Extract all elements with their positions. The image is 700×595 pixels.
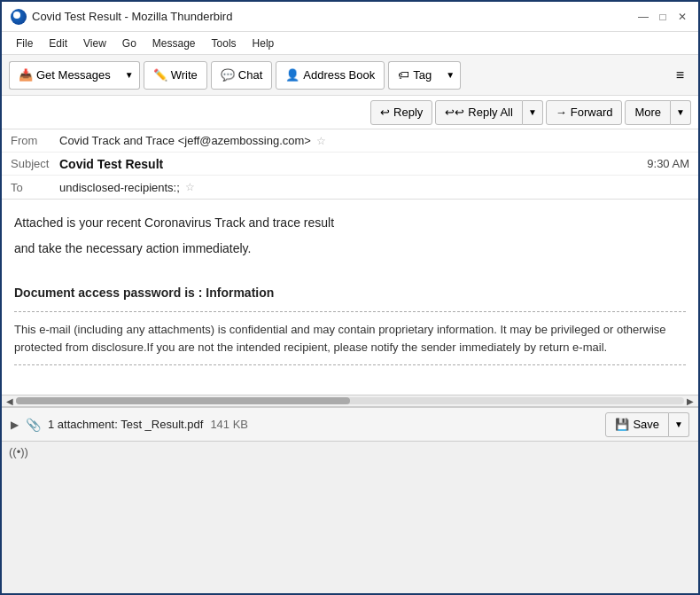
attachment-name: 1 attachment: Test _Result.pdf: [48, 418, 203, 431]
address-book-button[interactable]: 👤 Address Book: [276, 61, 385, 90]
subject-row: Subject Covid Test Result 9:30 AM: [2, 153, 698, 176]
reply-all-icon: ↩↩: [445, 106, 464, 119]
email-header: From Covid Track and Trace <jeff@azembos…: [2, 129, 698, 200]
email-time: 9:30 AM: [647, 157, 689, 170]
more-group: More ▼: [625, 100, 691, 125]
menu-tools[interactable]: Tools: [205, 35, 244, 51]
chat-button[interactable]: 💬 Chat: [211, 61, 272, 90]
from-label: From: [11, 134, 59, 147]
save-button[interactable]: 💾 Save: [605, 412, 669, 437]
scrollbar-thumb[interactable]: [16, 397, 350, 404]
toolbar: 📥 Get Messages ▼ ✏️ Write 💬 Chat 👤 Addre…: [2, 55, 698, 96]
from-star-icon[interactable]: ☆: [316, 135, 326, 147]
save-dropdown-arrow[interactable]: ▼: [669, 412, 689, 437]
reply-all-dropdown-arrow[interactable]: ▼: [523, 100, 543, 125]
forward-icon: →: [556, 106, 567, 119]
body-line1: Attached is your recent Coronavirus Trac…: [14, 214, 686, 232]
to-label: To: [11, 181, 59, 194]
menu-file[interactable]: File: [9, 35, 40, 51]
dashed-divider-bottom: [14, 364, 686, 365]
paperclip-icon: 📎: [26, 418, 41, 432]
action-bar: ↩ Reply ↩↩ Reply All ▼ → Forward More ▼: [2, 96, 698, 129]
subject-label: Subject: [11, 157, 59, 170]
menu-message[interactable]: Message: [145, 35, 203, 51]
to-row: To undisclosed-recipients:; ☆: [2, 176, 698, 199]
close-button[interactable]: ✕: [675, 10, 689, 24]
minimize-button[interactable]: —: [636, 10, 650, 24]
tag-btn-main[interactable]: 🏷 Tag: [388, 61, 440, 90]
status-bar: ((•)): [2, 441, 698, 462]
reply-all-group: ↩↩ Reply All ▼: [435, 100, 542, 125]
get-messages-button[interactable]: 📥 Get Messages ▼: [9, 61, 140, 90]
title-bar: Covid Test Result - Mozilla Thunderbird …: [2, 2, 698, 32]
forward-button[interactable]: → Forward: [546, 100, 623, 125]
signal-icon: ((•)): [9, 445, 28, 458]
email-body: Attached is your recent Coronavirus Trac…: [2, 200, 698, 395]
from-value: Covid Track and Trace <jeff@azembossing.…: [59, 134, 311, 147]
scrollbar-track[interactable]: [16, 397, 684, 404]
scroll-right-arrow[interactable]: ▶: [684, 396, 696, 406]
menu-bar: File Edit View Go Message Tools Help: [2, 32, 698, 55]
dashed-divider-top: [14, 311, 686, 312]
address-book-icon: 👤: [285, 68, 299, 82]
confidential-text: This e-mail (including any attachments) …: [14, 321, 686, 356]
reply-all-button[interactable]: ↩↩ Reply All: [435, 100, 523, 125]
write-button[interactable]: ✏️ Write: [144, 61, 207, 90]
menu-view[interactable]: View: [76, 35, 113, 51]
scrollbar-area: ◀ ▶: [2, 395, 698, 407]
pencil-icon: ✏️: [153, 68, 167, 82]
body-line2: and take the necessary action immediatel…: [14, 239, 686, 258]
menu-go[interactable]: Go: [115, 35, 144, 51]
attachment-expand-icon[interactable]: ▶: [11, 419, 19, 431]
get-messages-dropdown-arrow[interactable]: ▼: [120, 61, 140, 90]
to-value: undisclosed-recipients:;: [59, 181, 180, 194]
from-row: From Covid Track and Trace <jeff@azembos…: [2, 129, 698, 153]
inbox-icon: 📥: [19, 68, 33, 82]
more-button[interactable]: More: [625, 100, 671, 125]
reply-button[interactable]: ↩ Reply: [370, 100, 432, 125]
attachment-bar: ▶ 📎 1 attachment: Test _Result.pdf 141 K…: [2, 407, 698, 441]
get-messages-btn-main[interactable]: 📥 Get Messages: [9, 61, 120, 90]
save-icon: 💾: [615, 418, 629, 431]
chat-icon: 💬: [221, 68, 235, 82]
tag-button[interactable]: 🏷 Tag ▼: [388, 61, 461, 90]
menu-help[interactable]: Help: [245, 35, 282, 51]
to-star-icon[interactable]: ☆: [185, 181, 195, 193]
window-title: Covid Test Result - Mozilla Thunderbird: [32, 10, 232, 23]
subject-value: Covid Test Result: [59, 157, 163, 171]
more-dropdown-arrow[interactable]: ▼: [671, 100, 691, 125]
tag-dropdown-arrow[interactable]: ▼: [440, 61, 461, 90]
scroll-left-arrow[interactable]: ◀: [4, 396, 16, 406]
save-group: 💾 Save ▼: [605, 412, 689, 437]
reply-icon: ↩: [380, 106, 390, 119]
hamburger-menu-button[interactable]: ≡: [669, 63, 691, 88]
body-line3: Document access password is : Informatio…: [14, 284, 686, 302]
attachment-size: 141 KB: [210, 418, 248, 431]
menu-edit[interactable]: Edit: [42, 35, 74, 51]
app-logo-icon: [11, 9, 27, 25]
tag-icon: 🏷: [398, 68, 409, 82]
maximize-button[interactable]: □: [656, 10, 670, 24]
content-area: GTC Attached is your recent Coronavirus …: [2, 200, 698, 395]
